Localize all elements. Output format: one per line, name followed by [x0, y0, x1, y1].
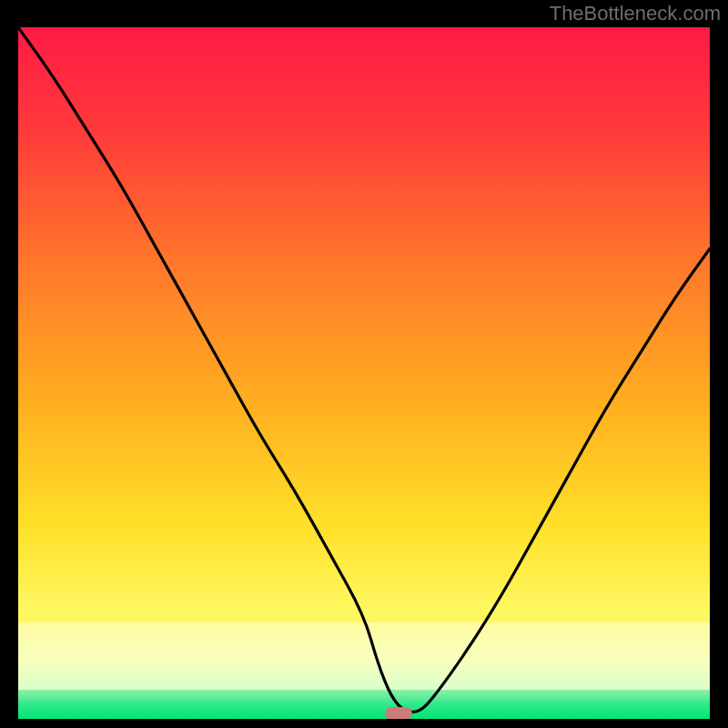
chart-frame	[18, 27, 710, 719]
optimal-marker	[385, 707, 412, 719]
yellow-band	[18, 622, 710, 690]
bottleneck-chart	[18, 27, 710, 719]
green-band	[18, 690, 710, 719]
attribution-text: TheBottleneck.com	[550, 2, 721, 25]
gradient-background	[18, 27, 710, 719]
